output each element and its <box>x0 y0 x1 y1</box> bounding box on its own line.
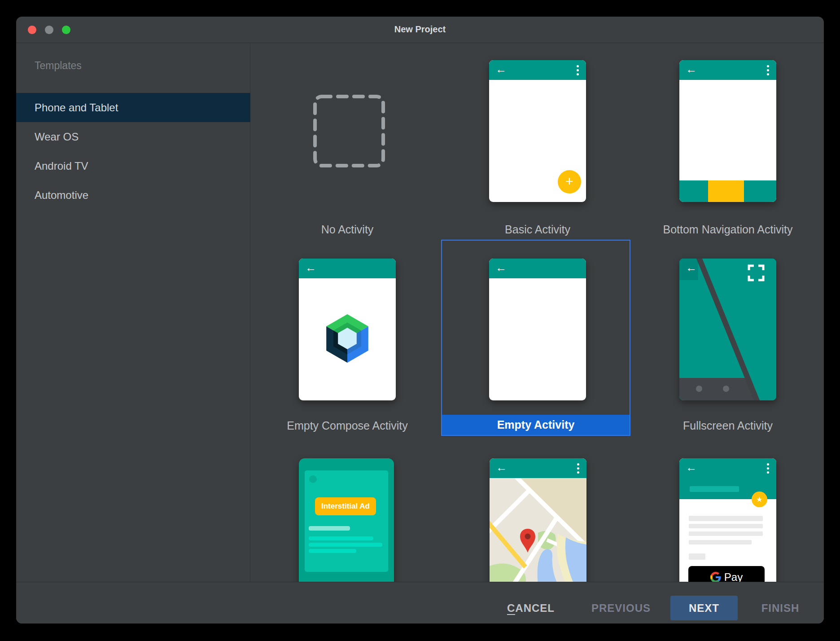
back-arrow-icon: ← <box>686 63 697 76</box>
bottom-navigation-preview: ← <box>679 60 776 202</box>
template-name: No Activity <box>252 223 442 236</box>
skeleton-line <box>689 540 752 544</box>
skeleton-line <box>689 531 763 536</box>
back-arrow-icon: ← <box>686 261 697 274</box>
overflow-menu-icon <box>577 65 579 75</box>
templates-sidebar: Templates Phone and Tablet Wear OS Andro… <box>16 44 250 582</box>
compose-preview: ← <box>299 259 396 400</box>
jetpack-compose-logo <box>322 313 372 364</box>
no-activity-dashed-frame <box>312 94 386 168</box>
app-bar: ← <box>489 60 586 80</box>
back-arrow-icon: ← <box>495 63 507 76</box>
bottom-nav-bar <box>679 180 776 202</box>
tile-basic-activity[interactable]: ← + Basic Activity <box>442 44 633 240</box>
skeleton-line <box>309 526 350 531</box>
tile-fullscreen-activity[interactable]: ← Fullscreen Activity <box>633 240 823 436</box>
overflow-menu-icon <box>767 65 769 75</box>
previous-button[interactable]: PREVIOUS <box>591 596 651 620</box>
sidebar-item-android-tv[interactable]: Android TV <box>16 151 250 180</box>
google-g-icon <box>710 572 721 582</box>
finish-button[interactable]: FINISH <box>761 596 800 620</box>
template-name: Basic Activity <box>442 223 633 236</box>
interstitial-ad-chip: Interstitial Ad <box>315 497 376 515</box>
tile-admob-ads-activity[interactable]: Interstitial Ad <box>299 458 394 582</box>
app-bar: ← <box>299 259 396 278</box>
skeleton-line <box>689 516 763 521</box>
app-bar: ← <box>489 259 586 278</box>
tile-empty-compose-activity[interactable]: ← Empty Compose Activity <box>252 240 442 436</box>
dialog-footer: CANCEL PREVIOUS NEXT FINISH <box>16 582 824 623</box>
template-name: Empty Compose Activity <box>252 419 442 432</box>
fullscreen-preview: ← <box>679 259 776 400</box>
sidebar-item-phone-and-tablet[interactable]: Phone and Tablet <box>16 93 250 122</box>
sidebar-item-automotive[interactable]: Automotive <box>16 180 250 210</box>
pay-label: Pay <box>724 571 743 582</box>
new-project-dialog: New Project Templates Phone and Tablet W… <box>16 17 824 623</box>
app-bar: ← <box>679 60 776 80</box>
window-title: New Project <box>16 24 824 35</box>
template-name: Bottom Navigation Activity <box>633 223 823 236</box>
overflow-menu-icon <box>767 463 769 474</box>
app-bar: ← <box>490 458 586 478</box>
camera-dot <box>309 475 317 483</box>
back-arrow-icon: ← <box>496 461 507 474</box>
skeleton-line <box>689 553 705 560</box>
tile-google-pay-activity[interactable]: ← ★ Pay <box>679 458 776 582</box>
skeleton-line <box>309 549 356 553</box>
google-pay-button: Pay <box>688 566 765 582</box>
back-arrow-icon: ← <box>495 261 507 274</box>
ad-screen: Interstitial Ad <box>305 470 388 572</box>
sidebar-item-wear-os[interactable]: Wear OS <box>16 122 250 151</box>
selected-template-name: Empty Activity <box>442 415 630 435</box>
fab-plus-icon: + <box>558 170 581 193</box>
skeleton-line <box>689 524 763 528</box>
template-grid: No Activity ← + Basic Activity ← <box>251 44 824 582</box>
star-badge-icon: ★ <box>752 492 767 507</box>
cancel-button[interactable]: CANCEL <box>507 596 555 620</box>
tile-empty-activity[interactable]: ← Empty Activity <box>441 240 630 436</box>
skeleton-line <box>309 536 373 540</box>
dialog-body: Templates Phone and Tablet Wear OS Andro… <box>16 44 824 582</box>
tile-no-activity[interactable]: No Activity <box>252 44 442 240</box>
empty-activity-preview: ← <box>489 259 586 400</box>
fullscreen-preview-art <box>679 259 776 400</box>
template-name: Fullscreen Activity <box>633 419 823 432</box>
skeleton-line <box>309 543 382 547</box>
tile-google-maps-activity[interactable]: ← <box>490 458 586 582</box>
back-arrow-icon: ← <box>305 261 316 274</box>
overflow-menu-icon <box>577 463 579 474</box>
basic-activity-preview: ← + <box>489 60 586 202</box>
next-button[interactable]: NEXT <box>670 596 738 620</box>
tile-bottom-navigation-activity[interactable]: ← Bottom Navigation Activity <box>633 44 823 240</box>
sidebar-header: Templates <box>35 60 82 72</box>
title-bar: New Project <box>16 17 824 43</box>
map-art <box>490 478 586 582</box>
skeleton-title <box>690 486 739 492</box>
back-arrow-icon: ← <box>686 461 697 474</box>
